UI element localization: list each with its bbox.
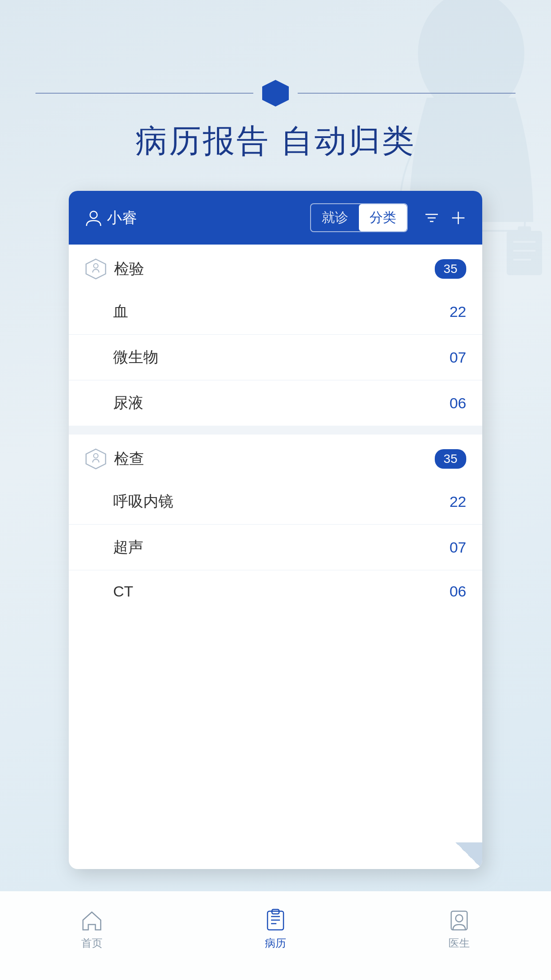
sub-item-count: 06: [440, 583, 466, 600]
user-name: 小睿: [107, 208, 137, 228]
nav-item-home[interactable]: 首页: [53, 908, 131, 950]
category-jiancha: 检查 35 呼吸内镜 22 超声 07 CT 06: [69, 435, 482, 612]
svg-point-23: [456, 915, 463, 922]
category-jiaoyan-count: 35: [435, 259, 466, 279]
home-icon: [79, 908, 104, 933]
category-jiancha-count: 35: [435, 449, 466, 469]
doctor-icon: [447, 908, 472, 933]
tab-visit[interactable]: 就诊: [311, 204, 359, 231]
section-divider: [69, 426, 482, 435]
category-jiaoyan-header: 检验 35: [69, 245, 482, 289]
card-container: 小睿 就诊 分类: [69, 191, 482, 869]
svg-point-16: [94, 454, 98, 458]
sub-item-count: 22: [440, 303, 466, 320]
sub-item-count: 22: [440, 493, 466, 510]
header-decoration: [0, 80, 551, 107]
sub-item-count: 07: [440, 539, 466, 556]
list-item[interactable]: CT 06: [69, 570, 482, 612]
sub-item-name: 微生物: [113, 347, 440, 368]
jiancha-category-icon: [85, 448, 107, 470]
category-jiaoyan-name: 检验: [114, 259, 428, 279]
jiaoyan-category-icon: [85, 258, 107, 280]
category-jiancha-name: 检查: [114, 449, 428, 469]
card-content: 检验 35 血 22 微生物 07 尿液 06: [69, 245, 482, 869]
svg-point-7: [90, 211, 97, 218]
bottom-nav: 首页 病历 医生: [0, 891, 551, 980]
sub-item-count: 07: [440, 349, 466, 366]
sub-item-name: 血: [113, 301, 440, 322]
sub-item-name: 呼吸内镜: [113, 491, 440, 512]
user-area: 小睿: [85, 208, 301, 228]
svg-rect-6: [518, 226, 531, 235]
nav-label-doctor: 医生: [449, 936, 470, 950]
list-item[interactable]: 尿液 06: [69, 380, 482, 426]
svg-point-14: [94, 264, 98, 268]
nav-label-home: 首页: [81, 936, 102, 950]
list-item[interactable]: 微生物 07: [69, 335, 482, 380]
sub-item-name: 尿液: [113, 393, 440, 413]
sub-item-count: 06: [440, 395, 466, 412]
header-hexagon: [262, 80, 289, 107]
tab-classify[interactable]: 分类: [359, 204, 407, 231]
header-actions: [424, 210, 466, 226]
user-icon: [85, 209, 102, 227]
svg-rect-2: [507, 231, 542, 275]
nav-item-records[interactable]: 病历: [236, 908, 315, 950]
category-jiancha-header: 检查 35: [69, 435, 482, 479]
list-item[interactable]: 超声 07: [69, 525, 482, 570]
sub-item-name: 超声: [113, 537, 440, 557]
sub-item-name: CT: [113, 583, 440, 600]
nav-label-records: 病历: [265, 936, 286, 950]
header-line-right: [298, 93, 516, 94]
add-icon[interactable]: [450, 210, 466, 226]
list-item[interactable]: 血 22: [69, 289, 482, 335]
card-header: 小睿 就诊 分类: [69, 191, 482, 245]
header-line-left: [35, 93, 253, 94]
filter-icon[interactable]: [424, 210, 440, 226]
records-icon: [263, 908, 288, 933]
nav-item-doctor[interactable]: 医生: [420, 908, 498, 950]
tab-group: 就诊 分类: [310, 203, 408, 232]
list-item[interactable]: 呼吸内镜 22: [69, 479, 482, 525]
page-title: 病历报告 自动归类: [0, 120, 551, 162]
category-jiaoyan: 检验 35 血 22 微生物 07 尿液 06: [69, 245, 482, 426]
main-card: 小睿 就诊 分类: [69, 191, 482, 869]
